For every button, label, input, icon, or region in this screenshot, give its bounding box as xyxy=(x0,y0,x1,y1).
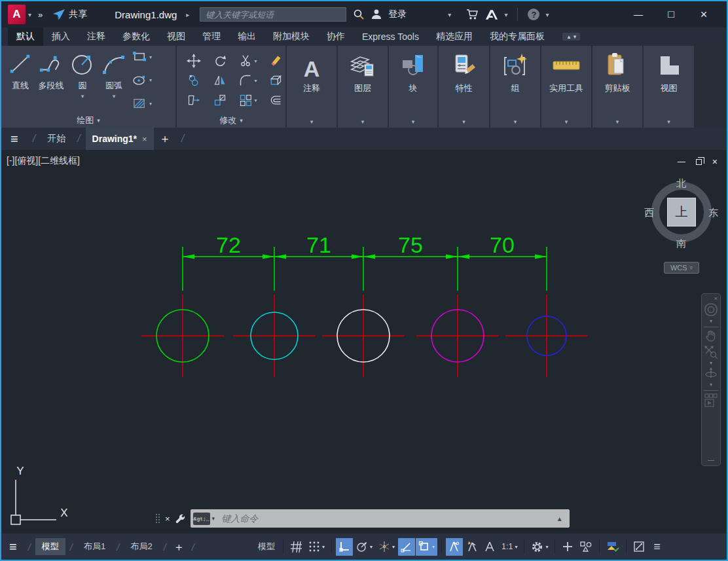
help-caret-icon[interactable]: ▾ xyxy=(545,11,549,18)
search-input[interactable] xyxy=(200,10,346,20)
layout-tab-模型[interactable]: 模型 xyxy=(35,538,65,555)
clipboard-panel-caret-icon[interactable]: ▾ xyxy=(616,118,619,128)
snap-toggle[interactable]: ▾ xyxy=(306,538,327,556)
ribbon-tab-精选应用[interactable]: 精选应用 xyxy=(428,27,481,46)
customize-statusbar-button[interactable]: ≡ xyxy=(648,538,665,556)
command-prompt-icon[interactable]: &gt;_ xyxy=(193,513,210,525)
hatch-button[interactable]: ▾ xyxy=(132,98,152,109)
viewcube-top-face[interactable]: 上 xyxy=(667,198,696,226)
tab-close-icon[interactable]: × xyxy=(142,134,147,144)
layout-tab-布局1[interactable]: 布局1 xyxy=(77,538,112,555)
ribbon-tab-协作[interactable]: 协作 xyxy=(318,27,354,46)
block-panel-caret-icon[interactable]: ▾ xyxy=(412,118,415,128)
rectangle-button[interactable]: ▾ xyxy=(132,51,152,63)
panel-layers[interactable]: 图层 ▾ xyxy=(338,46,388,128)
command-line-grip[interactable] xyxy=(156,514,160,524)
app-menu-caret-icon[interactable]: ▾ xyxy=(28,11,31,18)
panel-block[interactable]: 块 ▾ xyxy=(389,46,437,128)
autodesk-caret-icon[interactable]: ▾ xyxy=(504,11,507,18)
viewcube-west[interactable]: 西 xyxy=(644,207,654,219)
object-snap-tracking-toggle[interactable] xyxy=(398,538,415,556)
viewport-restore-icon[interactable] xyxy=(696,159,702,165)
ribbon-tab-默认[interactable]: 默认 xyxy=(8,27,43,46)
new-drawing-tab-button[interactable]: ＋ xyxy=(159,131,171,147)
drawing-entities[interactable]: 72717570 xyxy=(1,150,727,534)
grid-toggle[interactable] xyxy=(287,538,305,556)
polyline-button[interactable]: 多段线 xyxy=(35,48,67,113)
workspace-switching-button[interactable]: ▾ xyxy=(528,538,551,556)
line-button[interactable]: 直线 xyxy=(5,48,35,113)
navbar-wheel-caret-icon[interactable]: ▾ xyxy=(710,318,712,324)
autodesk-logo-icon[interactable] xyxy=(485,9,498,20)
tab-start[interactable]: 开始 xyxy=(41,128,72,150)
search-history-icon[interactable]: ▸ xyxy=(186,11,189,18)
signin-button[interactable]: 登录 xyxy=(388,9,407,20)
viewport-minimize-icon[interactable]: — xyxy=(678,157,685,166)
offset-button[interactable] xyxy=(263,94,288,107)
erase-button[interactable] xyxy=(263,54,288,67)
snap-caret-icon[interactable]: ▾ xyxy=(322,544,325,550)
panel-properties[interactable]: 特性 ▾ xyxy=(439,46,489,128)
isolate-objects-button[interactable] xyxy=(577,538,595,556)
command-wrench-icon[interactable] xyxy=(175,513,186,524)
view-panel-caret-icon[interactable]: ▾ xyxy=(667,118,670,128)
navigation-wheel-icon[interactable] xyxy=(703,302,719,317)
panel-groups[interactable]: 组 ▾ xyxy=(490,46,540,128)
modify-panel-title[interactable]: 修改▾ xyxy=(177,113,285,128)
rotate-button[interactable] xyxy=(207,54,233,67)
utilities-panel-caret-icon[interactable]: ▾ xyxy=(565,118,568,128)
polar-tracking-toggle[interactable]: ▾ xyxy=(354,538,375,556)
isodraft-caret-icon[interactable]: ▾ xyxy=(392,544,395,550)
groups-panel-caret-icon[interactable]: ▾ xyxy=(514,118,517,128)
draw-panel-title[interactable]: 绘图▾ xyxy=(1,113,175,128)
isodraft-toggle[interactable]: ▾ xyxy=(376,538,397,556)
properties-panel-caret-icon[interactable]: ▾ xyxy=(462,118,465,128)
annotation-scale-button[interactable] xyxy=(481,538,498,556)
mirror-button[interactable] xyxy=(207,74,233,87)
customization-plus-button[interactable] xyxy=(559,538,576,556)
command-line-close-icon[interactable]: × xyxy=(165,514,170,524)
signin-caret-icon[interactable]: ▾ xyxy=(448,11,451,18)
viewcube-east[interactable]: 东 xyxy=(708,207,718,219)
workspace-caret-icon[interactable]: ▾ xyxy=(545,544,548,550)
ellipse-button[interactable]: ▾ xyxy=(132,75,152,86)
polar-caret-icon[interactable]: ▾ xyxy=(370,544,373,550)
pan-hand-icon[interactable] xyxy=(704,329,718,342)
ribbon-tab-视图[interactable]: 视图 xyxy=(158,27,194,46)
arc-button[interactable]: 圆弧 ▾ xyxy=(98,48,130,113)
maximize-button[interactable]: □ xyxy=(655,9,687,20)
fillet-button[interactable]: ▾ xyxy=(233,74,263,87)
navbar-close-icon[interactable]: × xyxy=(714,295,718,302)
model-paper-toggle[interactable]: 模型 xyxy=(254,538,279,556)
navbar-collapse-icon[interactable]: — xyxy=(708,456,714,463)
viewport-label[interactable]: [-][俯视][二维线框] xyxy=(7,155,80,167)
copy-button[interactable] xyxy=(181,74,207,87)
ribbon-tab-管理[interactable]: 管理 xyxy=(194,27,229,46)
layout-tab-布局2[interactable]: 布局2 xyxy=(124,538,158,555)
object-snap-toggle[interactable]: ▾ xyxy=(416,538,437,556)
search-icon[interactable] xyxy=(353,9,365,20)
circle-caret-icon[interactable]: ▾ xyxy=(81,93,84,100)
panel-clipboard[interactable]: 剪贴板 ▾ xyxy=(592,46,642,128)
user-icon[interactable] xyxy=(371,9,382,20)
annotation-autoscale-toggle[interactable] xyxy=(464,538,481,556)
quick-access-expand-icon[interactable]: » xyxy=(38,10,41,20)
layout-menu-icon[interactable]: ≡ xyxy=(9,539,17,554)
ribbon-tab-输出[interactable]: 输出 xyxy=(229,27,264,46)
minimize-button[interactable]: — xyxy=(622,9,655,20)
viewcube-south[interactable]: 南 xyxy=(676,238,686,250)
tab-drawing1[interactable]: Drawing1* × xyxy=(86,128,154,150)
viewcube-north[interactable]: 北 xyxy=(676,177,686,190)
file-tab-menu-icon[interactable]: ≡ xyxy=(10,132,18,147)
trim-button[interactable]: ▾ xyxy=(233,54,263,67)
ribbon-collapse-button[interactable]: ▲ ▾ xyxy=(562,33,580,41)
zoom-extents-icon[interactable] xyxy=(704,345,718,359)
stretch-button[interactable] xyxy=(181,94,207,107)
ribbon-tab-Express Tools[interactable]: Express Tools xyxy=(354,27,428,46)
orbit-icon[interactable] xyxy=(704,367,718,381)
osnap-caret-icon[interactable]: ▾ xyxy=(432,544,435,550)
app-menu-button[interactable]: A xyxy=(8,5,26,24)
array-button[interactable]: ▾ xyxy=(233,94,263,107)
command-input[interactable] xyxy=(215,513,556,524)
move-button[interactable] xyxy=(181,54,207,68)
